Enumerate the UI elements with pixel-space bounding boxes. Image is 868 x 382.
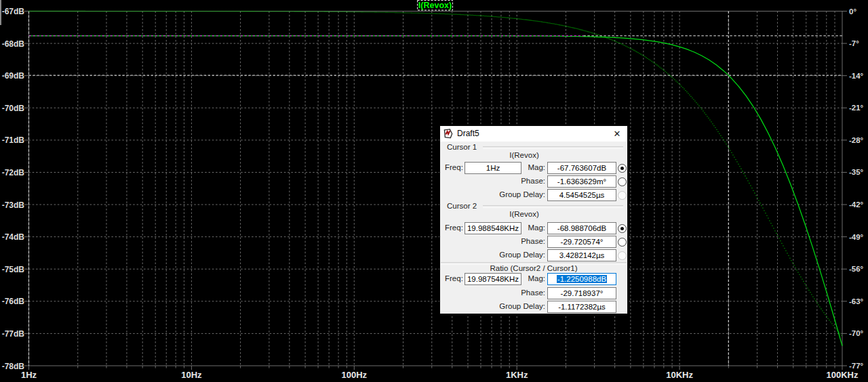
cursor1-groupdelay-radio: [618, 191, 627, 200]
plot-background: [0, 0, 868, 382]
y-axis-left-label: -72dB: [2, 168, 25, 177]
cursor1-mag-value[interactable]: -67.763607dB: [547, 162, 616, 174]
y-axis-left-label: -75dB: [2, 265, 25, 274]
y-axis-right-label: -14°: [849, 72, 864, 80]
x-axis-label: 100Hz: [342, 370, 368, 380]
cursor1-freq-label: Freq:: [445, 163, 463, 171]
cursor2-freq-label: Freq:: [445, 224, 463, 232]
cursor1-group-header: Cursor 1: [447, 143, 477, 151]
y-axis-right-label: 0°: [849, 7, 856, 16]
y-axis-right-label: -7°: [849, 39, 859, 47]
y-axis-right-label: -77°: [849, 362, 864, 370]
bode-plot: -67dB0°-68dB-7°-69dB-14°-70dB-21°-71dB-2…: [0, 0, 868, 382]
ltspice-app-icon: [443, 129, 454, 139]
cursor2-mag-radio[interactable]: [618, 224, 627, 233]
cursor2-mag-value[interactable]: -68.988706dB: [547, 222, 616, 234]
cursor2-mag-label: Mag:: [481, 224, 545, 232]
x-axis-label: 10Hz: [181, 370, 202, 380]
y-axis-left-label: -70dB: [2, 104, 25, 113]
x-axis-label: 1Hz: [21, 370, 37, 380]
cursor1-phase-radio[interactable]: [618, 177, 627, 186]
cursor2-groupdelay-value[interactable]: 3.4282142µs: [547, 249, 616, 261]
x-axis-label: 100KHz: [827, 370, 859, 380]
cursor2-phase-radio[interactable]: [618, 238, 627, 247]
y-axis-right-label: -35°: [849, 168, 864, 176]
ratio-freq-label: Freq:: [445, 274, 463, 282]
ltspice-waveform-window: -67dB0°-68dB-7°-69dB-14°-70dB-21°-71dB-2…: [0, 0, 868, 382]
cursor2-signal-name: I(Revox): [440, 210, 608, 218]
y-axis-right-label: -63°: [849, 297, 864, 305]
cursor1-signal-name: I(Revox): [440, 151, 608, 159]
cursor1-mag-label: Mag:: [481, 163, 545, 171]
y-axis-right-label: -21°: [849, 104, 864, 112]
ratio-groupdelay-value[interactable]: -1.1172382µs: [547, 301, 616, 313]
ratio-groupdelay-label: Group Delay:: [481, 302, 545, 310]
y-axis-left-label: -76dB: [2, 297, 25, 306]
ratio-group-header: Ratio (Cursor2 / Cursor1): [440, 264, 627, 272]
cursor1-phase-value[interactable]: -1.6363629m°: [547, 175, 616, 188]
y-axis-left-label: -67dB: [2, 7, 25, 16]
cursor2-groupdelay-radio: [618, 251, 627, 260]
close-icon[interactable]: ✕: [610, 126, 625, 142]
cursor2-group-line: [483, 205, 623, 208]
cursor2-phase-value[interactable]: -29.720574°: [547, 236, 616, 248]
x-axis-label: 10KHz: [666, 370, 693, 380]
x-axis-label: 1KHz: [506, 370, 528, 380]
cursor1-group-line: [483, 146, 623, 149]
y-axis-right-label: -28°: [849, 136, 864, 144]
dialog-title: Draft5: [457, 126, 479, 142]
cursor1-groupdelay-label: Group Delay:: [481, 190, 545, 198]
cursor1-mag-radio[interactable]: [618, 164, 627, 173]
cursor2-group-header: Cursor 2: [447, 202, 477, 210]
y-axis-right-label: -49°: [849, 233, 864, 241]
y-axis-left-label: -71dB: [2, 135, 25, 145]
y-axis-left-label: -77dB: [2, 329, 25, 339]
y-axis-right-label: -70°: [849, 329, 864, 337]
y-axis-left-label: -69dB: [2, 71, 25, 81]
y-axis-left-label: -74dB: [2, 232, 25, 242]
cursor1-phase-label: Phase:: [481, 177, 545, 185]
cursor2-phase-label: Phase:: [481, 237, 545, 245]
ratio-phase-value[interactable]: -29.718937°: [547, 287, 616, 299]
cursor1-groupdelay-value[interactable]: 4.5454525µs: [547, 189, 616, 201]
y-axis-left-label: -68dB: [2, 39, 25, 49]
ratio-mag-label: Mag:: [481, 274, 545, 282]
cursor2-groupdelay-label: Group Delay:: [481, 251, 545, 259]
selected-text: -1.2250988dB: [557, 275, 607, 283]
ratio-phase-label: Phase:: [481, 289, 545, 297]
trace-label[interactable]: I(Revox): [418, 1, 452, 10]
ratio-mag-value[interactable]: -1.2250988dB: [547, 273, 616, 285]
y-axis-right-label: -56°: [849, 265, 864, 273]
y-axis-left-label: -73dB: [2, 200, 25, 210]
dialog-titlebar[interactable]: Draft5 ✕: [440, 126, 627, 142]
y-axis-right-label: -42°: [849, 200, 864, 209]
cursor-dialog: Draft5 ✕ Cursor 1 I(Revox) Freq: 1Hz Mag…: [439, 125, 628, 314]
